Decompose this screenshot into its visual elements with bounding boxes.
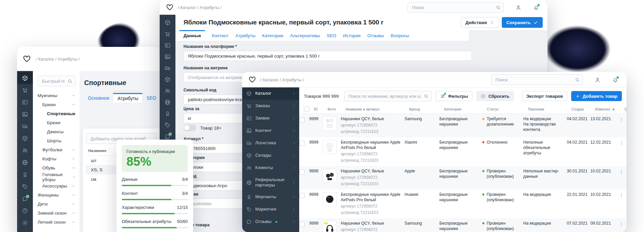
sidebar-item-content[interactable]: Контент	[242, 125, 299, 137]
sidebar-item-merchants[interactable]: Мерчанты	[242, 191, 299, 203]
row-checkbox[interactable]	[299, 141, 305, 146]
col-status[interactable]: Статус	[487, 107, 528, 111]
rail-item-clients[interactable]	[160, 85, 175, 96]
rail-item-warehouses[interactable]	[160, 74, 175, 85]
tab-main[interactable]: Основное	[84, 93, 113, 103]
table-row[interactable]: 9999 Наушники QCY, белыеартикул 17295607…	[299, 218, 627, 232]
row-menu-button[interactable]	[616, 221, 627, 227]
rail-item-marketing[interactable]	[17, 180, 33, 192]
tree-item[interactable]: Аксессуары	[38, 181, 75, 190]
tab-alternatives[interactable]: Альтернативы	[290, 33, 320, 41]
profile-icon[interactable]	[594, 77, 601, 83]
tree-item[interactable]: Брюки	[38, 100, 75, 109]
col-signs[interactable]: Признаки	[528, 107, 572, 111]
global-search-input[interactable]	[411, 5, 493, 10]
row-checkbox[interactable]	[299, 222, 305, 227]
col-created[interactable]: Создан	[572, 107, 595, 111]
tab-content[interactable]: Контент	[212, 33, 228, 41]
select-all-checkbox[interactable]	[304, 106, 309, 112]
breadcrumb[interactable]: / Каталог / Атрибуты /	[36, 57, 79, 62]
global-search[interactable]	[491, 74, 583, 85]
col-id[interactable]: ID	[314, 107, 327, 111]
rail-item-questions[interactable]	[17, 205, 33, 217]
save-button[interactable]: Сохранить	[502, 17, 543, 28]
global-search[interactable]	[408, 2, 504, 13]
table-settings-button[interactable]	[621, 107, 627, 112]
tree-item[interactable]: Женщины	[38, 190, 75, 200]
row-checkbox[interactable]	[299, 193, 305, 198]
tree-item[interactable]: Головные уборы	[38, 172, 75, 181]
col-brand[interactable]: Бренд	[409, 107, 444, 111]
reset-filters-button[interactable]: Сбросить	[476, 91, 514, 101]
filters-button[interactable]: Фильтры	[436, 91, 473, 101]
toggle-pill[interactable]	[183, 125, 196, 131]
tab-questions[interactable]: Вопросы	[390, 33, 409, 41]
platform-name-input[interactable]	[183, 51, 472, 61]
product-search[interactable]	[344, 91, 432, 101]
tree-item[interactable]: Брюки	[38, 118, 75, 127]
rail-item-referrals[interactable]	[160, 96, 175, 108]
tree-item[interactable]: Летний сезон	[38, 218, 75, 227]
tab-attributes[interactable]: Атрибуты	[235, 33, 256, 41]
tab-reviews[interactable]: Отзывы	[367, 33, 384, 41]
row-menu-button[interactable]	[616, 192, 627, 198]
tree-item[interactable]: Кофты	[38, 154, 75, 163]
col-photo[interactable]: Фото	[327, 107, 345, 111]
rail-item-reviews[interactable]	[17, 192, 33, 205]
tree-item-active[interactable]: Спортивные	[38, 109, 75, 118]
sidebar-item-orders[interactable]: Заказы	[242, 100, 299, 112]
notifications-button[interactable]	[533, 4, 539, 11]
product-search-input[interactable]	[348, 93, 421, 99]
tree-item[interactable]: Джинсы	[38, 127, 75, 136]
sidebar-item-reviews[interactable]: Отзывы	[242, 216, 299, 228]
rail-item-content[interactable]	[17, 108, 33, 120]
tree-item[interactable]: Шорты	[38, 136, 75, 145]
breadcrumb[interactable]: / Каталог / Атрибуты /	[178, 5, 221, 10]
tree-item[interactable]: Футболки	[38, 145, 75, 154]
breadcrumb[interactable]: / Каталог / Атрибуты /	[260, 77, 304, 82]
tab-seo[interactable]: SEO	[327, 33, 336, 41]
export-button[interactable]: Экспорт товаров	[522, 91, 567, 101]
rail-item-settings[interactable]	[17, 217, 33, 229]
profile-icon[interactable]	[515, 4, 522, 11]
rail-item-referrals[interactable]	[17, 156, 33, 168]
sidebar-item-warehouses[interactable]: Склады	[242, 149, 299, 162]
actions-button[interactable]: Действия	[461, 17, 499, 28]
global-search-input[interactable]	[495, 77, 573, 83]
product-name[interactable]: Наушники QCY, белые	[341, 117, 405, 122]
rail-item-logistics[interactable]	[17, 120, 33, 132]
col-category[interactable]: Категория	[444, 107, 487, 111]
tab-seo[interactable]: SEO	[143, 93, 160, 103]
tree-item[interactable]: Дети	[38, 200, 75, 209]
col-name[interactable]: Название и артикул	[345, 107, 409, 111]
rail-item-merchants[interactable]	[17, 168, 33, 180]
sidebar-item-catalog[interactable]: Каталог	[242, 87, 299, 100]
sidebar-item-marketing[interactable]: Маркетинг	[242, 203, 299, 216]
rail-item-requests[interactable]	[17, 96, 33, 108]
product-name[interactable]: Беспроводные наушники Apple AirPods Pro …	[341, 140, 405, 151]
rail-item-marketing[interactable]	[160, 119, 175, 131]
rail-item-catalog[interactable]	[17, 72, 33, 84]
row-menu-button[interactable]	[616, 117, 627, 122]
rail-item-merchants[interactable]	[160, 108, 175, 119]
rail-item-catalog[interactable]	[160, 17, 175, 28]
add-product-button[interactable]: Добавить товар	[571, 91, 622, 101]
rail-item-orders[interactable]	[160, 28, 175, 40]
rail-item-requests[interactable]	[160, 40, 175, 51]
table-row[interactable]: 9999 Беспроводные наушники Apple AirPods…	[299, 189, 627, 218]
product-name[interactable]: Наушники QCY, белые	[341, 169, 405, 174]
sidebar-item-requests[interactable]: Заявки	[242, 112, 299, 125]
sidebar-item-clients[interactable]: Клиенты	[242, 162, 299, 174]
rail-item-logistics[interactable]	[160, 62, 175, 74]
col-modified[interactable]: Изменен	[595, 107, 621, 111]
product-name[interactable]: Беспроводные наушники Apple AirPods Pro …	[341, 192, 405, 203]
tree-item[interactable]: Мужчины	[38, 91, 75, 100]
row-checkbox[interactable]	[299, 169, 305, 175]
product-name[interactable]: Наушники QCY, белые	[341, 221, 405, 226]
rail-item-content[interactable]	[160, 51, 175, 62]
table-row[interactable]: 9999 Наушники QCY, белыеартикул 17295607…	[299, 114, 627, 137]
sidebar-item-referral-partners[interactable]: Реферальные партнеры	[242, 174, 299, 191]
tab-history[interactable]: История	[343, 33, 361, 41]
tab-attributes[interactable]: Атрибуты	[113, 93, 143, 103]
notifications-button[interactable]	[612, 77, 619, 83]
